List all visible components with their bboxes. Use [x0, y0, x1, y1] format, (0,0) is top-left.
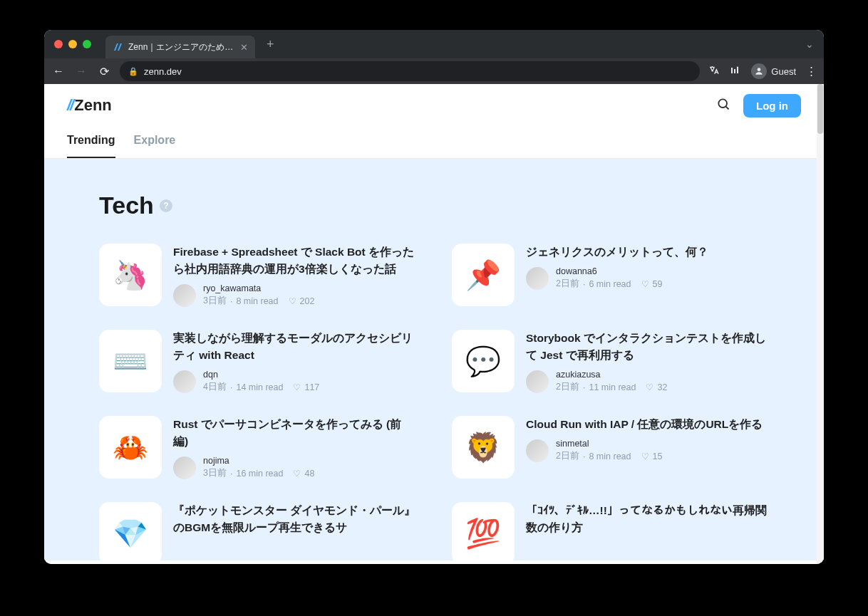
article-age: 2日前 — [556, 381, 579, 393]
tabs-dropdown-button[interactable]: ⌄ — [805, 38, 814, 50]
author-avatar[interactable] — [526, 370, 549, 393]
heart-icon: ♡ — [641, 451, 649, 461]
scrollbar[interactable] — [817, 84, 824, 564]
dot-separator: · — [230, 382, 232, 392]
url-bar[interactable]: 🔒 zenn.dev — [120, 61, 700, 81]
back-button[interactable]: ← — [51, 65, 66, 78]
article-title[interactable]: Firebase + Spreadsheet で Slack Bot を作ったら… — [173, 244, 416, 278]
meta-line: 3日前·8 min read♡202 — [203, 295, 314, 307]
article-read-time: 14 min read — [236, 382, 283, 392]
content-area: Tech ? 🦄Firebase + Spreadsheet で Slack B… — [44, 159, 824, 560]
article-card[interactable]: ⌨️実装しながら理解するモーダルのアクセシビリティ with Reactdqn4… — [99, 330, 416, 393]
browser-tab[interactable]: Zenn｜エンジニアのための情報共 ✕ — [105, 36, 255, 58]
article-card[interactable]: 💯「ｺｲﾂ、ﾃﾞｷﾙ…!!」ってなるかもしれない再帰関数の作り方 — [452, 502, 769, 560]
meta-text: ryo_kawamata3日前·8 min read♡202 — [203, 283, 314, 307]
article-emoji: 💬 — [452, 330, 515, 392]
section-title: Tech ? — [99, 192, 769, 219]
article-likes: 59 — [653, 279, 663, 289]
article-emoji: 🦄 — [99, 244, 162, 306]
article-title[interactable]: 「ｺｲﾂ、ﾃﾞｷﾙ…!!」ってなるかもしれない再帰関数の作り方 — [526, 502, 769, 536]
meta-text: sinmetal2日前·8 min read♡15 — [556, 439, 662, 462]
article-card[interactable]: 💎『ポケットモンスター ダイヤモンド・パール』のBGMを無限ループ再生できるサ — [99, 502, 416, 560]
svg-rect-1 — [734, 69, 735, 73]
avatar-icon — [751, 63, 767, 79]
dot-separator: · — [583, 279, 585, 289]
forward-button[interactable]: → — [74, 65, 88, 78]
heart-icon: ♡ — [641, 279, 649, 289]
author-name[interactable]: dqn — [203, 370, 319, 380]
articles-grid: 🦄Firebase + Spreadsheet で Slack Bot を作った… — [99, 244, 769, 560]
article-likes: 202 — [300, 296, 315, 306]
article-card[interactable]: 💬Storybook でインタラクションテストを作成して Jest で再利用する… — [452, 330, 769, 393]
author-avatar[interactable] — [173, 284, 196, 307]
author-name[interactable]: sinmetal — [556, 439, 662, 449]
article-card[interactable]: 🦄Firebase + Spreadsheet で Slack Bot を作った… — [99, 244, 416, 307]
svg-rect-0 — [731, 68, 733, 73]
dot-separator: · — [583, 382, 585, 392]
meta-line: 3日前·16 min read♡48 — [203, 467, 314, 479]
article-title[interactable]: Storybook でインタラクションテストを作成して Jest で再利用する — [526, 330, 769, 364]
logo-icon: // — [67, 96, 73, 115]
help-icon[interactable]: ? — [160, 199, 172, 212]
author-avatar[interactable] — [173, 456, 196, 479]
lock-icon: 🔒 — [128, 67, 138, 76]
menu-button[interactable]: ⋮ — [806, 65, 817, 78]
article-title[interactable]: 『ポケットモンスター ダイヤモンド・パール』のBGMを無限ループ再生できるサ — [173, 502, 416, 536]
article-emoji: 💎 — [99, 502, 162, 560]
meta-line: 2日前·8 min read♡15 — [556, 450, 662, 462]
profile-chip[interactable]: Guest — [751, 63, 796, 79]
article-body: 実装しながら理解するモーダルのアクセシビリティ with Reactdqn4日前… — [173, 330, 416, 393]
logo-text: Zenn — [74, 96, 112, 115]
author-avatar[interactable] — [173, 370, 196, 393]
window-minimize-button[interactable] — [68, 40, 77, 48]
article-emoji: 📌 — [452, 244, 515, 306]
article-card[interactable]: 🦁Cloud Run with IAP / 任意の環境のURLを作るsinmet… — [452, 416, 769, 479]
meta-text: azukiazusa2日前·11 min read♡32 — [556, 370, 667, 393]
svg-point-3 — [758, 68, 761, 71]
traffic-lights — [54, 40, 91, 48]
author-avatar[interactable] — [526, 267, 549, 290]
login-button[interactable]: Log in — [743, 94, 801, 118]
article-card[interactable]: 📌ジェネリクスのメリットって、何？dowanna62日前·6 min read♡… — [452, 244, 769, 307]
article-title[interactable]: 実装しながら理解するモーダルのアクセシビリティ with React — [173, 330, 416, 364]
search-button[interactable] — [716, 97, 730, 114]
tab-favicon — [113, 42, 123, 52]
reload-button[interactable]: ⟳ — [97, 65, 111, 78]
article-emoji: ⌨️ — [99, 330, 162, 392]
article-title[interactable]: Rust でパーサコンビネータを作ってみる (前編) — [173, 416, 416, 450]
author-name[interactable]: dowanna6 — [556, 266, 662, 276]
heart-icon: ♡ — [293, 382, 301, 392]
heart-icon: ♡ — [293, 469, 301, 479]
author-name[interactable]: nojima — [203, 456, 314, 466]
author-name[interactable]: ryo_kawamata — [203, 283, 314, 293]
article-title[interactable]: ジェネリクスのメリットって、何？ — [526, 244, 769, 261]
article-age: 3日前 — [203, 467, 227, 479]
article-read-time: 8 min read — [589, 451, 631, 461]
scrollbar-thumb[interactable] — [817, 84, 823, 134]
svg-point-4 — [718, 99, 727, 108]
tab-explore[interactable]: Explore — [134, 127, 176, 158]
translate-icon[interactable] — [708, 65, 720, 78]
article-meta: ryo_kawamata3日前·8 min read♡202 — [173, 283, 416, 307]
media-control-icon[interactable] — [730, 65, 741, 78]
article-body: 「ｺｲﾂ、ﾃﾞｷﾙ…!!」ってなるかもしれない再帰関数の作り方 — [526, 502, 769, 560]
site-logo[interactable]: // Zenn — [67, 96, 112, 115]
meta-line: 2日前·11 min read♡32 — [556, 381, 667, 393]
meta-text: nojima3日前·16 min read♡48 — [203, 456, 314, 479]
new-tab-button[interactable]: + — [267, 37, 274, 52]
toolbar-right: Guest ⋮ — [708, 63, 817, 79]
heart-icon: ♡ — [289, 296, 296, 306]
tab-trending[interactable]: Trending — [67, 127, 115, 158]
tab-close-button[interactable]: ✕ — [240, 42, 248, 53]
browser-window: Zenn｜エンジニアのための情報共 ✕ + ⌄ ← → ⟳ 🔒 zenn.dev… — [44, 30, 824, 564]
author-avatar[interactable] — [526, 439, 549, 462]
url-text: zenn.dev — [144, 66, 182, 77]
window-maximize-button[interactable] — [83, 40, 91, 48]
article-age: 2日前 — [556, 278, 579, 290]
author-name[interactable]: azukiazusa — [556, 370, 667, 380]
window-close-button[interactable] — [54, 40, 63, 48]
article-title[interactable]: Cloud Run with IAP / 任意の環境のURLを作る — [526, 416, 769, 433]
dot-separator: · — [583, 451, 585, 461]
article-body: Storybook でインタラクションテストを作成して Jest で再利用するa… — [526, 330, 769, 393]
article-card[interactable]: 🦀Rust でパーサコンビネータを作ってみる (前編)nojima3日前·16 … — [99, 416, 416, 479]
